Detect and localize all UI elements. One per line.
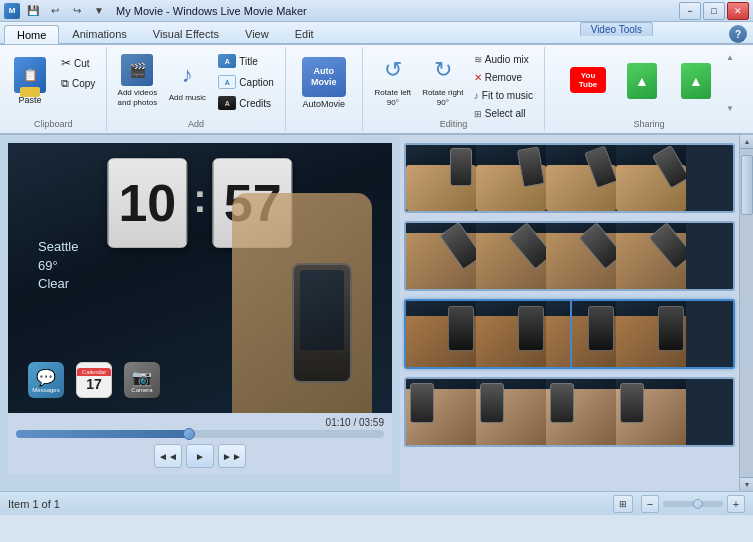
scrollbar-thumb[interactable] bbox=[741, 155, 753, 215]
rotate-right-button[interactable]: ↻ Rotate right 90° bbox=[419, 49, 467, 113]
messages-icon: 💬 Messages bbox=[28, 362, 64, 398]
video-tools-badge: Video Tools bbox=[580, 22, 653, 36]
app-icon: M bbox=[4, 3, 20, 19]
share1-button[interactable]: ▲ bbox=[618, 49, 666, 113]
fit-to-music-label: Fit to music bbox=[482, 90, 533, 101]
playback-controls: ◄◄ ► ►► bbox=[16, 442, 384, 470]
paste-clipboard-part bbox=[20, 87, 40, 97]
add-music-button[interactable]: ♪ Add music bbox=[163, 49, 211, 113]
credits-button[interactable]: A Credits bbox=[213, 93, 278, 113]
rotate-left-button[interactable]: ↺ Rotate left 90° bbox=[369, 49, 417, 113]
thumb-3-3 bbox=[546, 301, 616, 367]
tab-view[interactable]: View bbox=[232, 24, 282, 43]
help-button[interactable]: ? bbox=[729, 25, 747, 43]
paste-symbol: 📋 bbox=[23, 68, 38, 82]
prev-button[interactable]: ◄◄ bbox=[154, 444, 182, 468]
thumb-1-2 bbox=[476, 145, 546, 211]
zoom-slider[interactable] bbox=[663, 501, 723, 507]
zoom-in-button[interactable]: + bbox=[727, 495, 745, 513]
progress-bar[interactable] bbox=[16, 430, 384, 438]
add-music-icon: ♪ bbox=[171, 59, 203, 91]
weather-city: Seattle bbox=[38, 238, 78, 256]
qat-redo-button[interactable]: ↪ bbox=[68, 2, 86, 20]
phone-screen: 10 : 57 Seattle 69° Clear bbox=[8, 143, 392, 413]
timeline-strip-2 bbox=[404, 221, 735, 291]
add-group-label: Add bbox=[107, 119, 284, 129]
add-videos-button[interactable]: 🎬 Add videos and photos bbox=[113, 49, 161, 113]
audio-mix-label: Audio mix bbox=[485, 54, 529, 65]
vertical-scrollbar[interactable]: ▲ ▼ bbox=[739, 135, 753, 491]
thumb-1-1 bbox=[406, 145, 476, 211]
tab-animations[interactable]: Animations bbox=[59, 24, 139, 43]
select-all-icon: ⊞ bbox=[474, 109, 482, 119]
copy-button[interactable]: ⧉ Copy bbox=[56, 74, 100, 93]
title-button[interactable]: A Title bbox=[213, 51, 278, 71]
caption-button[interactable]: A Caption bbox=[213, 72, 278, 92]
weather-temp: 69° bbox=[38, 257, 78, 275]
minimize-button[interactable]: − bbox=[679, 2, 701, 20]
thumb-2-4 bbox=[616, 223, 686, 289]
share1-icon: ▲ bbox=[627, 63, 657, 99]
ribbon-group-automovie: AutoMovie AutoMovie bbox=[286, 47, 363, 131]
title-icon: A bbox=[218, 54, 236, 68]
ribbon-collapse-up[interactable]: ▲ bbox=[726, 53, 734, 62]
editing-group-label: Editing bbox=[363, 119, 544, 129]
qat-save-button[interactable]: 💾 bbox=[24, 2, 42, 20]
thumb-1-4 bbox=[616, 145, 686, 211]
fit-to-music-button[interactable]: ♪ Fit to music bbox=[469, 87, 538, 104]
zoom-out-button[interactable]: − bbox=[641, 495, 659, 513]
maximize-button[interactable]: □ bbox=[703, 2, 725, 20]
paste-button[interactable]: 📋 Paste bbox=[6, 49, 54, 113]
audio-mix-icon: ≋ bbox=[474, 54, 482, 65]
automovie-button[interactable]: AutoMovie AutoMovie bbox=[296, 51, 352, 115]
thumb-4-1 bbox=[406, 379, 476, 445]
qat-dropdown-button[interactable]: ▼ bbox=[90, 2, 108, 20]
thumb-4-2 bbox=[476, 379, 546, 445]
tab-visual-effects[interactable]: Visual Effects bbox=[140, 24, 232, 43]
clock-hour: 10 bbox=[107, 158, 187, 248]
thumb-2-2 bbox=[476, 223, 546, 289]
play-button[interactable]: ► bbox=[186, 444, 214, 468]
weather-desc: Clear bbox=[38, 275, 78, 293]
timeline-strip-1 bbox=[404, 143, 735, 213]
cut-icon: ✂ bbox=[61, 56, 71, 70]
share2-button[interactable]: ▲ bbox=[672, 49, 720, 113]
thumb-1-3 bbox=[546, 145, 616, 211]
next-button[interactable]: ►► bbox=[218, 444, 246, 468]
remove-button[interactable]: ✕ Remove bbox=[469, 69, 538, 86]
playback-area: 01:10 / 03:59 ◄◄ ► ►► bbox=[8, 413, 392, 474]
credits-label: Credits bbox=[239, 98, 271, 109]
status-bar: Item 1 of 1 ⊞ − + bbox=[0, 491, 753, 515]
ribbon-collapse-down[interactable]: ▼ bbox=[726, 104, 734, 113]
tab-home[interactable]: Home bbox=[4, 25, 59, 44]
time-display: 01:10 / 03:59 bbox=[16, 417, 384, 428]
phone-device bbox=[292, 263, 352, 383]
scrollbar-down-button[interactable]: ▼ bbox=[740, 477, 753, 491]
youtube-button[interactable]: YouTube bbox=[564, 49, 612, 113]
youtube-icon: YouTube bbox=[570, 67, 606, 93]
main-area: 10 : 57 Seattle 69° Clear bbox=[0, 135, 753, 491]
qat-undo-button[interactable]: ↩ bbox=[46, 2, 64, 20]
remove-label: Remove bbox=[485, 72, 522, 83]
scrollbar-up-button[interactable]: ▲ bbox=[740, 135, 753, 149]
window-title: My Movie - Windows Live Movie Maker bbox=[116, 5, 679, 17]
thumb-2-1 bbox=[406, 223, 476, 289]
zoom-slider-thumb[interactable] bbox=[693, 499, 703, 509]
rotate-left-icon: ↺ bbox=[379, 54, 407, 86]
audio-mix-button[interactable]: ≋ Audio mix bbox=[469, 51, 538, 68]
view-storyboard-button[interactable]: ⊞ bbox=[613, 495, 633, 513]
window-controls: − □ ✕ bbox=[679, 2, 749, 20]
thumb-4-4 bbox=[616, 379, 686, 445]
rotate-right-label: Rotate right 90° bbox=[422, 88, 464, 107]
close-button[interactable]: ✕ bbox=[727, 2, 749, 20]
timeline-panel: ▲ ▼ bbox=[400, 135, 753, 491]
status-text: Item 1 of 1 bbox=[8, 498, 605, 510]
tab-edit[interactable]: Edit bbox=[282, 24, 327, 43]
ribbon: 📋 Paste ✂ Cut ⧉ Copy Clipboard 🎬 bbox=[0, 45, 753, 135]
cut-label: Cut bbox=[74, 58, 90, 69]
select-all-label: Select all bbox=[485, 108, 526, 119]
title-bar: M 💾 ↩ ↪ ▼ My Movie - Windows Live Movie … bbox=[0, 0, 753, 22]
automovie-icon: AutoMovie bbox=[302, 57, 346, 97]
progress-thumb[interactable] bbox=[183, 428, 195, 440]
cut-button[interactable]: ✂ Cut bbox=[56, 53, 100, 73]
